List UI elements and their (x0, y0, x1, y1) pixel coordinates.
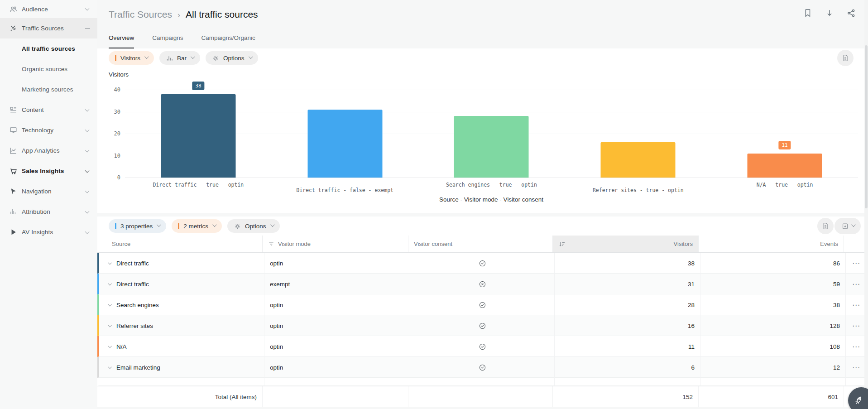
gear-icon (234, 222, 241, 230)
row-actions-icon[interactable] (846, 336, 866, 357)
expand-chevron-icon[interactable] (108, 344, 111, 348)
sidebar-item-sales-insights[interactable]: Sales Insights (0, 161, 97, 181)
sidebar-item-attribution[interactable]: Attribution (0, 202, 97, 222)
table-options-button[interactable]: Options (227, 219, 280, 233)
expand-chevron-icon[interactable] (108, 261, 111, 265)
visitor-mode-cell: optin (264, 336, 410, 357)
column-header-visitors[interactable]: Visitors (553, 236, 699, 252)
x-category-label: Direct traffic - true - optin (125, 182, 272, 188)
row-actions-icon[interactable] (846, 357, 866, 378)
consent-check-icon (479, 380, 486, 386)
expand-chevron-icon[interactable] (108, 303, 111, 306)
chevron-down-icon (85, 127, 90, 132)
table-row[interactable]: Direct traffic exempt 31 59 (97, 274, 864, 294)
source-cell[interactable]: N/A (116, 343, 127, 350)
source-cell[interactable]: Referrer sites (116, 322, 153, 329)
row-actions-icon[interactable] (846, 315, 866, 336)
sidebar-item-av-insights[interactable]: AV Insights (0, 222, 97, 242)
table-body: Direct traffic optin 38 86 Direct traffi… (97, 253, 864, 407)
source-cell[interactable]: Search engines (116, 302, 159, 308)
breadcrumb-separator-icon: › (177, 10, 180, 20)
source-cell[interactable]: Email marketing (116, 364, 160, 371)
share-icon[interactable] (846, 8, 856, 18)
sidebar-item-app-analytics[interactable]: App Analytics (0, 140, 97, 161)
visitors-cell: 28 (555, 294, 700, 315)
bar-search-engines[interactable] (454, 116, 529, 178)
row-actions-icon[interactable] (846, 294, 866, 315)
sidebar-item-audience[interactable]: Audience (0, 0, 97, 18)
table-report-note-button[interactable] (817, 218, 834, 234)
x-category-label: N/A - true - optin (711, 182, 858, 188)
expand-chevron-icon[interactable] (108, 323, 111, 327)
visitors-cell: 6 (555, 357, 700, 378)
table-row[interactable]: Search engines optin 28 38 (97, 294, 864, 315)
y-tick: 10 (109, 153, 120, 159)
chevron-down-icon (249, 54, 253, 59)
sidebar-item-traffic-sources[interactable]: Traffic Sources (0, 18, 97, 38)
column-header-events[interactable]: Events (699, 236, 844, 252)
consent-check-icon (479, 260, 486, 267)
visitors-cell: 11 (555, 336, 700, 357)
sidebar-item-all-traffic-sources[interactable]: All traffic sources (0, 38, 97, 59)
line-chart-icon (9, 146, 18, 155)
sidebar-item-label: Navigation (22, 188, 52, 195)
chevron-down-icon (144, 54, 149, 59)
y-tick: 20 (109, 130, 120, 137)
visitor-mode-cell: optin (264, 294, 410, 315)
scrollbar-thumb[interactable] (865, 45, 868, 208)
visitor-mode-cell: exempt (264, 274, 410, 294)
tab-campaigns-organic[interactable]: Campaigns/Organic (201, 34, 255, 48)
breadcrumb-section[interactable]: Traffic Sources (109, 9, 172, 20)
bar-na[interactable] (748, 154, 822, 178)
metric-selector[interactable]: Visitors (109, 51, 154, 65)
bookmark-icon[interactable] (803, 8, 813, 18)
chevron-down-icon (85, 188, 90, 193)
chevron-down-icon (157, 222, 161, 227)
row-actions-icon[interactable] (846, 253, 866, 274)
table-row[interactable]: Direct traffic optin 38 86 (97, 253, 864, 274)
download-icon[interactable] (825, 8, 834, 18)
source-cell[interactable]: Direct traffic (116, 281, 149, 288)
column-header-source[interactable]: Source (97, 236, 263, 252)
column-header-visitor-mode[interactable]: Visitor mode (263, 236, 408, 252)
bar-direct-traffic-optin[interactable] (161, 94, 235, 178)
bar-referrer-sites[interactable] (601, 142, 676, 178)
sidebar-item-content[interactable]: Content (0, 100, 97, 120)
sidebar-item-technology[interactable]: Technology (0, 120, 97, 140)
table-row[interactable]: Referrer sites optin 16 128 (97, 315, 864, 336)
source-cell[interactable]: Direct traffic (116, 260, 149, 267)
chart-type-label: Bar (177, 55, 187, 62)
bar-direct-traffic-exempt[interactable] (307, 110, 382, 178)
chart-type-selector[interactable]: Bar (159, 51, 200, 65)
tab-overview[interactable]: Overview (109, 34, 134, 48)
y-tick: 40 (109, 87, 120, 93)
properties-selector[interactable]: 3 properties (109, 219, 166, 233)
tab-campaigns[interactable]: Campaigns (152, 34, 183, 48)
table-export-button[interactable] (834, 218, 861, 234)
table-card: 3 properties 2 metrics Options Source Vi (97, 217, 864, 407)
bar-chart-icon (166, 54, 173, 62)
row-actions-icon[interactable] (846, 274, 866, 294)
x-category-label: Referrer sites - true - optin (565, 187, 711, 193)
metrics-label: 2 metrics (183, 223, 208, 230)
expand-chevron-icon[interactable] (108, 365, 111, 369)
table-row[interactable]: Email marketing optin 6 12 (97, 357, 864, 378)
column-header-visitor-consent[interactable]: Visitor consent (408, 236, 553, 252)
page-scrollbar[interactable] (864, 0, 868, 409)
bars-icon (9, 207, 18, 216)
events-cell: 12 (700, 357, 846, 378)
chart-report-note-button[interactable] (837, 50, 854, 66)
expand-chevron-icon[interactable] (108, 282, 111, 285)
sidebar-item-navigation[interactable]: Navigation (0, 181, 97, 202)
total-events: 601 (699, 386, 844, 407)
table-row[interactable]: N/A optin 11 108 (97, 336, 864, 357)
chart-options-button[interactable]: Options (206, 51, 258, 65)
collapse-minus-icon[interactable] (85, 28, 90, 29)
y-tick: 0 (109, 174, 120, 181)
page-title: All traffic sources (186, 9, 258, 20)
consent-check-icon (479, 343, 486, 351)
sidebar-item-organic-sources[interactable]: Organic sources (0, 59, 97, 79)
events-cell: 108 (700, 336, 846, 357)
sidebar-item-marketing-sources[interactable]: Marketing sources (0, 79, 97, 100)
metrics-selector[interactable]: 2 metrics (172, 219, 222, 233)
